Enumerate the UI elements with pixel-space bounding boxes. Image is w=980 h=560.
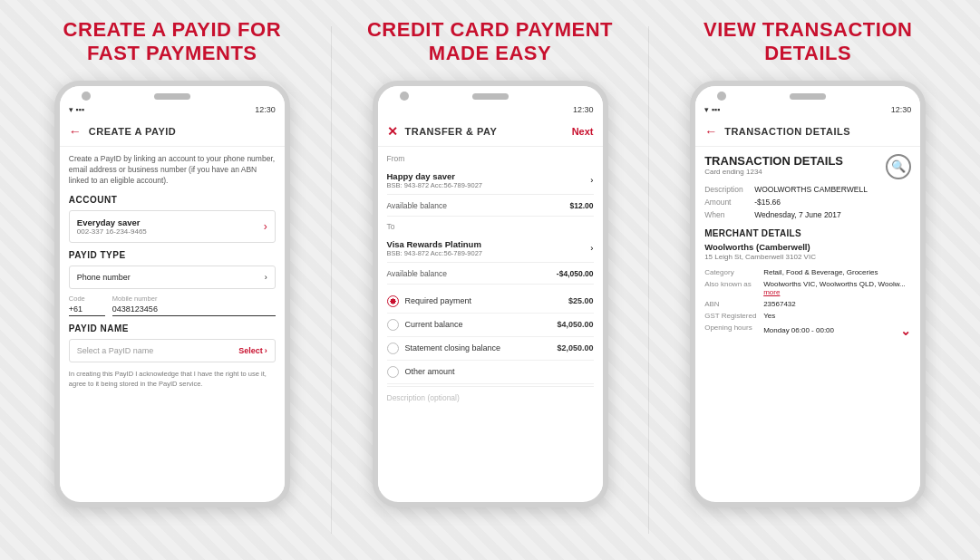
merchant-detail-row: Opening hours Monday 06:00 - 00:00 ⌄ bbox=[704, 322, 911, 340]
payid-type-row[interactable]: Phone number › bbox=[69, 266, 276, 289]
page-wrapper: CREATE A PAYID FOR FAST PAYMENTS ▾ ▪▪▪ 1… bbox=[0, 0, 980, 560]
to-account-name: Visa Rewards Platinum bbox=[387, 239, 483, 249]
from-account-row[interactable]: Happy day saver BSB: 943-872 Acc:56-789-… bbox=[387, 167, 594, 195]
payid-intro: Create a PayID by linking an account to … bbox=[69, 154, 276, 187]
txn-detail-label: Description bbox=[704, 183, 754, 196]
radio-circle-0[interactable] bbox=[387, 295, 399, 307]
code-value[interactable]: +61 bbox=[69, 304, 105, 316]
merchant-section: MERCHANT DETAILS Woolworths (Camberwell)… bbox=[704, 228, 911, 340]
credit-column: CREDIT CARD PAYMENT MADE EASY 12:30 ✕ TR… bbox=[345, 18, 636, 507]
payid-name-label: PAYID NAME bbox=[69, 323, 276, 333]
payid-type-value: Phone number bbox=[77, 273, 131, 282]
card-ending: Card ending 1234 bbox=[704, 168, 843, 176]
back-arrow-icon-3[interactable]: ← bbox=[704, 124, 717, 139]
payid-column: CREATE A PAYID FOR FAST PAYMENTS ▾ ▪▪▪ 1… bbox=[27, 18, 317, 507]
payment-option-2[interactable]: Statement closing balance $2,050.00 bbox=[387, 337, 594, 361]
status-bar-2: 12:30 bbox=[378, 103, 603, 117]
phone-input-row: Code +61 Mobile number 0438123456 bbox=[69, 294, 276, 316]
to-account-bsb: BSB: 943-872 Acc:56-789-9027 bbox=[387, 249, 483, 257]
to-balance-label: Available balance bbox=[387, 269, 447, 278]
code-field: Code +61 bbox=[69, 294, 105, 316]
camera-dot-2 bbox=[400, 92, 409, 101]
payid-type-label: PAYID TYPE bbox=[69, 250, 276, 260]
merchant-name: Woolworths (Camberwell) bbox=[704, 242, 911, 252]
merchant-value: Woolworths VIC, Woolworths QLD, Woolw...… bbox=[763, 278, 911, 298]
divider-1 bbox=[331, 26, 332, 534]
phone-top-bar-2 bbox=[378, 86, 603, 103]
phone-top-bar-3 bbox=[695, 86, 920, 103]
description-placeholder[interactable]: Description (optional) bbox=[387, 393, 460, 402]
next-action[interactable]: Next bbox=[572, 126, 594, 137]
app-header-2: ✕ TRANSFER & PAY Next bbox=[378, 117, 603, 147]
merchant-label: ABN bbox=[704, 298, 763, 310]
phone-speaker-2 bbox=[472, 93, 509, 100]
payment-option-0[interactable]: Required payment $25.00 bbox=[387, 290, 594, 314]
radio-label-1: Current balance bbox=[405, 320, 463, 329]
radio-label-3: Other amount bbox=[405, 367, 455, 376]
radio-circle-1[interactable] bbox=[387, 319, 399, 331]
divider-2 bbox=[648, 26, 649, 534]
radio-circle-3[interactable] bbox=[387, 366, 399, 378]
merchant-label: Category bbox=[704, 266, 763, 278]
from-balance-amount: $12.00 bbox=[570, 201, 594, 210]
transaction-screen-content: TRANSACTION DETAILS Card ending 1234 🔍 D… bbox=[695, 147, 920, 491]
phone-speaker bbox=[154, 93, 190, 100]
radio-amount-2: $2,050.00 bbox=[557, 343, 593, 352]
from-balance-label: Available balance bbox=[387, 201, 447, 210]
phone-speaker-3 bbox=[790, 93, 826, 100]
txn-detail-value: -$15.66 bbox=[754, 196, 911, 208]
account-number: 002-337 16-234-9465 bbox=[77, 227, 147, 236]
txn-detail-label: When bbox=[704, 208, 754, 221]
payment-option-1[interactable]: Current balance $4,050.00 bbox=[387, 314, 594, 337]
chevron-right-icon-3: › bbox=[265, 346, 267, 355]
merchant-details-table: CategoryRetail, Food & Beverage, Groceri… bbox=[704, 266, 911, 340]
to-account-row[interactable]: Visa Rewards Platinum BSB: 943-872 Acc:5… bbox=[387, 235, 594, 263]
account-selector[interactable]: Everyday saver 002-337 16-234-9465 › bbox=[69, 210, 276, 243]
from-account-bsb: BSB: 943-872 Acc:56-789-9027 bbox=[387, 181, 483, 189]
more-link[interactable]: more bbox=[763, 288, 780, 296]
radio-circle-2[interactable] bbox=[387, 343, 399, 354]
close-icon[interactable]: ✕ bbox=[387, 124, 398, 139]
app-header: ← CREATE A PAYID bbox=[60, 117, 285, 147]
camera-dot-3 bbox=[717, 92, 726, 101]
merchant-section-title: MERCHANT DETAILS bbox=[704, 228, 911, 238]
code-label: Code bbox=[69, 294, 105, 303]
screen-title: CREATE A PAYID bbox=[89, 126, 176, 137]
mobile-label: Mobile number bbox=[112, 294, 276, 303]
payid-phone: ▾ ▪▪▪ 12:30 ← CREATE A PAYID Create a Pa… bbox=[54, 81, 290, 507]
radio-label-0: Required payment bbox=[405, 296, 472, 305]
to-balance-amount: -$4,050.00 bbox=[557, 269, 594, 278]
transaction-heading: VIEW TRANSACTION DETAILS bbox=[703, 18, 912, 66]
txn-detail-label: Amount bbox=[704, 196, 754, 208]
merchant-value: 23567432 bbox=[763, 298, 911, 310]
txn-detail-row: WhenWednesday, 7 June 2017 bbox=[704, 208, 911, 221]
signal-wifi-3: ▾ ▪▪▪ bbox=[704, 105, 720, 114]
back-arrow-icon[interactable]: ← bbox=[69, 124, 82, 139]
status-bar-3: ▾ ▪▪▪ 12:30 bbox=[695, 103, 920, 117]
payid-name-selector[interactable]: Select a PayID name Select › bbox=[69, 339, 276, 362]
mobile-value[interactable]: 0438123456 bbox=[112, 304, 276, 316]
merchant-detail-row: GST RegisteredYes bbox=[704, 310, 911, 322]
chevron-down-icon[interactable]: ⌄ bbox=[900, 323, 911, 338]
merchant-label: GST Registered bbox=[704, 310, 763, 322]
chevron-to: › bbox=[590, 243, 593, 253]
merchant-value: Monday 06:00 - 00:00 ⌄ bbox=[763, 322, 911, 340]
txn-detail-row: Amount-$15.66 bbox=[704, 196, 911, 208]
credit-heading: CREDIT CARD PAYMENT MADE EASY bbox=[367, 18, 613, 66]
signal-wifi: ▾ ▪▪▪ bbox=[69, 105, 84, 114]
payment-options: Required payment $25.00 Current balance … bbox=[387, 290, 594, 384]
search-icon[interactable]: 🔍 bbox=[886, 154, 911, 179]
credit-phone: 12:30 ✕ TRANSFER & PAY Next From Happy d… bbox=[373, 81, 608, 507]
time-display-2: 12:30 bbox=[573, 105, 594, 114]
phone-top-bar bbox=[60, 86, 285, 103]
merchant-value: Yes bbox=[763, 310, 911, 322]
time-display-3: 12:30 bbox=[891, 105, 912, 114]
account-section-label: ACCOUNT bbox=[69, 195, 276, 205]
select-link[interactable]: Select › bbox=[238, 346, 267, 355]
select-placeholder: Select a PayID name bbox=[77, 346, 154, 355]
payment-option-3[interactable]: Other amount bbox=[387, 361, 594, 384]
status-bar: ▾ ▪▪▪ 12:30 bbox=[60, 103, 285, 117]
txn-header-row: TRANSACTION DETAILS Card ending 1234 🔍 bbox=[704, 154, 911, 179]
camera-dot bbox=[82, 92, 91, 101]
merchant-address: 15 Leigh St, Camberwell 3102 VIC bbox=[704, 253, 911, 261]
